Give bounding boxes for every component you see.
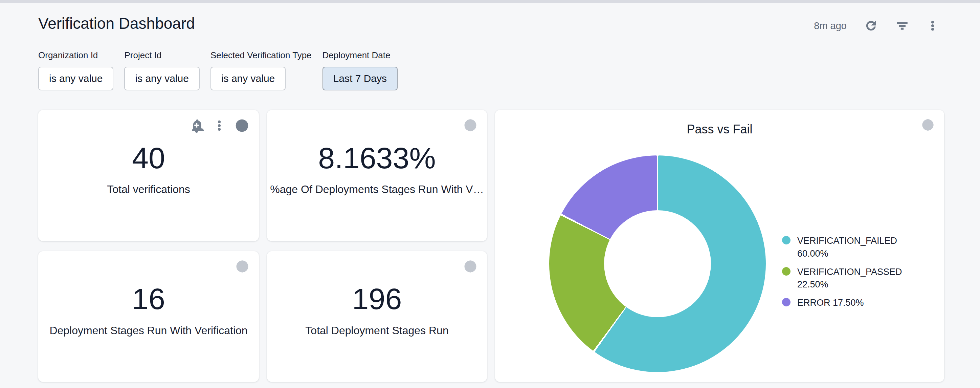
- legend-item-error[interactable]: ERROR 17.50%: [782, 297, 909, 310]
- tile-value: 196: [352, 283, 402, 316]
- filter-value-button[interactable]: Last 7 Days: [323, 67, 398, 90]
- filter-bar: Organization Id is any value Project Id …: [38, 50, 398, 90]
- filter-organization-id: Organization Id is any value: [38, 50, 113, 90]
- tile-label: %age Of Deployments Stages Run With V…: [270, 183, 484, 196]
- dashboard-filters-button[interactable]: [896, 19, 909, 32]
- tile-value: 40: [132, 142, 165, 175]
- tile-deployment-stages-run-with-verification: 16 Deployment Stages Run With Verificati…: [38, 251, 259, 382]
- legend-item-verification-passed[interactable]: VERIFICATION_PASSED 22.50%: [782, 266, 909, 292]
- tile-label: Total Deployment Stages Run: [305, 324, 449, 337]
- chart-legend: VERIFICATION_FAILED 60.00% VERIFICATION_…: [782, 235, 909, 310]
- donut-chart[interactable]: [549, 155, 766, 372]
- page-title: Verification Dashboard: [38, 14, 195, 32]
- tile-pct-deployment-stages-with-verification: 8.1633% %age Of Deployments Stages Run W…: [267, 110, 487, 241]
- globe-icon: [463, 259, 477, 273]
- filter-deployment-date: Deployment Date Last 7 Days: [323, 50, 398, 90]
- filter-label: Selected Verification Type: [210, 50, 312, 61]
- legend-item-verification-failed[interactable]: VERIFICATION_FAILED 60.00%: [782, 235, 909, 260]
- filter-label: Deployment Date: [323, 50, 398, 61]
- chart-title: Pass vs Fail: [495, 122, 944, 136]
- filter-value-button[interactable]: is any value: [210, 67, 286, 90]
- tile-label: Total verifications: [107, 183, 190, 196]
- top-strip: [0, 0, 980, 3]
- globe-icon: [235, 259, 250, 273]
- panel-pass-vs-fail: Pass vs Fail VERIFICATION_FAILED 60.00% …: [495, 110, 944, 382]
- more-vert-icon: [213, 119, 226, 132]
- last-refresh-timestamp: 8m ago: [814, 20, 847, 32]
- filter-value-button[interactable]: is any value: [38, 67, 113, 90]
- filter-label: Project Id: [124, 50, 199, 61]
- globe-icon: [463, 118, 477, 133]
- tile-value: 8.1633%: [318, 142, 436, 175]
- legend-label: ERROR 17.50%: [797, 297, 864, 310]
- globe-icon: [234, 118, 250, 133]
- refresh-icon: [864, 19, 878, 32]
- add-alert-icon: [189, 118, 204, 133]
- filter-selected-verification-type: Selected Verification Type is any value: [210, 50, 312, 90]
- alert-bell-button[interactable]: [189, 118, 204, 133]
- legend-marker: [782, 267, 791, 276]
- more-vert-icon: [926, 20, 939, 32]
- donut-hole: [604, 210, 711, 317]
- dashboard-more-button[interactable]: [926, 20, 939, 32]
- filter-project-id: Project Id is any value: [124, 50, 199, 90]
- tile-label: Deployment Stages Run With Verification: [49, 324, 247, 337]
- tile-content: 16 Deployment Stages Run With Verificati…: [38, 251, 259, 382]
- legend-marker: [782, 236, 791, 244]
- header-actions: 8m ago: [814, 19, 939, 32]
- globe-icon: [921, 118, 935, 132]
- legend-marker: [782, 298, 791, 307]
- dashboard-grid: 40 Total verifications 8.1633% %age Of D…: [38, 110, 944, 382]
- filter-icon: [896, 19, 909, 32]
- tile-more-button[interactable]: [213, 119, 226, 132]
- tile-total-deployment-stages-run: 196 Total Deployment Stages Run: [267, 251, 487, 382]
- legend-label: VERIFICATION_PASSED 22.50%: [797, 266, 909, 292]
- tile-value: 16: [132, 283, 165, 316]
- tile-total-verifications: 40 Total verifications: [38, 110, 259, 241]
- filter-label: Organization Id: [38, 50, 113, 61]
- filter-value-button[interactable]: is any value: [124, 67, 199, 90]
- legend-label: VERIFICATION_FAILED 60.00%: [797, 235, 909, 260]
- tile-content: 196 Total Deployment Stages Run: [267, 251, 487, 382]
- tile-content: 8.1633% %age Of Deployments Stages Run W…: [267, 110, 487, 241]
- refresh-button[interactable]: [864, 19, 878, 32]
